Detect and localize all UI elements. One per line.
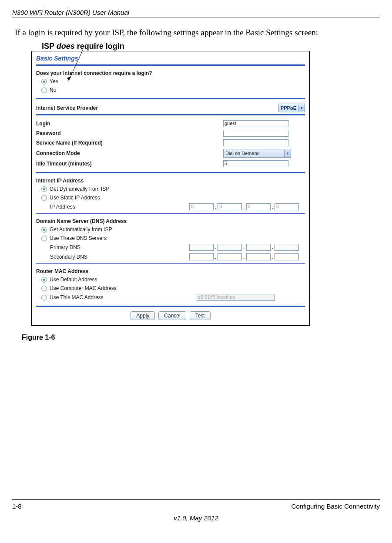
dns-auto-row[interactable]: Get Automatically from ISP [36, 225, 305, 234]
radio-mac-this[interactable] [41, 295, 47, 300]
footer-rule [12, 499, 380, 500]
cancel-button[interactable]: Cancel [158, 311, 186, 320]
mac-address-input[interactable]: e0:91:f5:be:eb:ea [197, 294, 275, 301]
callout-em: does [57, 42, 75, 51]
require-login-question: Does your Internet connection require a … [36, 69, 305, 77]
mac-head: Router MAC Address [36, 267, 305, 275]
sep [36, 64, 305, 66]
secondary-dns-row: Secondary DNS .. .. .. . [36, 252, 305, 262]
ip-address-row: IP Address 0. 0. 0. 0 [36, 202, 305, 212]
isp-label: Internet Service Provider [36, 105, 243, 111]
sep [36, 306, 305, 307]
secondary-dns-inputs[interactable]: .. .. .. . [189, 253, 299, 260]
connection-mode-label: Connection Mode [36, 150, 223, 156]
mac-default-label: Use Default Address [50, 277, 97, 283]
callout-prefix: ISP [42, 42, 57, 51]
figure-caption: Figure 1-6 [22, 334, 380, 341]
radio-yes[interactable] [41, 79, 47, 84]
connection-mode-value: Dial on Demand [225, 151, 260, 156]
apply-button[interactable]: Apply [131, 311, 155, 320]
primary-dns-label: Primary DNS [50, 244, 189, 250]
mac-this-label: Use This MAC Address [50, 294, 197, 300]
chevron-down-icon: ▾ [298, 105, 305, 111]
radio-yes-label: Yes [50, 78, 58, 84]
dns-auto-label: Get Automatically from ISP [50, 226, 112, 233]
login-label: Login [36, 121, 223, 127]
idle-timeout-input[interactable]: 5 [223, 160, 288, 167]
internet-ip-head: Internet IP Address [36, 177, 305, 185]
ip-static-label: Use Static IP Address [50, 195, 100, 201]
mac-this-row[interactable]: Use This MAC Address e0:91:f5:be:eb:ea [36, 293, 305, 302]
callout-suffix: require login [75, 42, 124, 51]
test-button[interactable]: Test [190, 311, 211, 320]
ip-octet-3[interactable]: 0 [246, 203, 271, 210]
mac-default-row[interactable]: Use Default Address [36, 275, 305, 284]
login-input[interactable]: guest [223, 120, 288, 127]
password-label: Password [36, 130, 223, 136]
mac-computer-label: Use Computer MAC Address [50, 285, 117, 291]
callout: ISP does require login [42, 42, 380, 51]
radio-yes-row[interactable]: Yes [36, 77, 305, 86]
isp-select[interactable]: PPPoE ▾ [278, 104, 305, 112]
ip-dynamic-label: Get Dynamically from ISP [50, 186, 109, 192]
ip-octet-4[interactable]: 0 [275, 203, 299, 210]
ip-octet-2[interactable]: 0 [218, 203, 242, 210]
sdns-4[interactable]: . [275, 253, 299, 260]
radio-mac-computer[interactable] [41, 286, 47, 291]
service-name-label: Service Name (If Required) [36, 140, 223, 146]
rule-top [12, 17, 380, 17]
sep [36, 263, 305, 264]
sep [36, 213, 305, 214]
dns-use-row[interactable]: Use These DNS Servers [36, 234, 305, 243]
radio-ip-dynamic[interactable] [41, 186, 47, 192]
radio-no-row[interactable]: No [36, 86, 305, 94]
service-name-input[interactable] [223, 139, 288, 146]
ip-address-label: IP Address [50, 204, 189, 210]
isp-select-value: PPPoE [281, 105, 296, 111]
page-footer: 1-8 Configuring Basic Connectivity v1.0,… [12, 499, 380, 522]
radio-dns-auto[interactable] [41, 227, 47, 233]
chevron-down-icon: ▾ [284, 150, 291, 157]
sep [36, 172, 305, 173]
secondary-dns-label: Secondary DNS [50, 254, 189, 260]
intro-text: If a login is required by your ISP, the … [15, 28, 380, 37]
pdns-1[interactable]: . [189, 244, 214, 251]
manual-title: N300 WiFi Router (N300R) User Manual [12, 9, 380, 16]
footer-page-number: 1-8 [12, 503, 22, 510]
isp-row: Internet Service Provider PPPoE ▾ [36, 103, 305, 113]
pdns-3[interactable]: . [246, 244, 271, 251]
pdns-4[interactable]: . [275, 244, 299, 251]
radio-ip-static[interactable] [41, 195, 47, 201]
sdns-2[interactable]: . [218, 253, 242, 260]
footer-version: v1.0, May 2012 [12, 514, 380, 522]
primary-dns-inputs[interactable]: .. .. .. . [189, 244, 299, 251]
mac-computer-row[interactable]: Use Computer MAC Address [36, 284, 305, 293]
footer-chapter: Configuring Basic Connectivity [291, 503, 380, 510]
sep [36, 98, 305, 99]
basic-settings-panel: Basic Settings Does your Internet connec… [31, 51, 310, 326]
dns-use-label: Use These DNS Servers [50, 235, 107, 241]
panel-title: Basic Settings [36, 54, 305, 64]
sdns-3[interactable]: . [246, 253, 271, 260]
dns-head: Domain Name Server (DNS) Address [36, 217, 305, 225]
ip-dynamic-row[interactable]: Get Dynamically from ISP [36, 185, 305, 193]
pdns-2[interactable]: . [218, 244, 242, 251]
radio-mac-default[interactable] [41, 277, 47, 283]
ip-address-inputs[interactable]: 0. 0. 0. 0 [189, 203, 299, 210]
radio-no-label: No [50, 87, 56, 93]
connection-mode-select[interactable]: Dial on Demand ▾ [223, 149, 291, 158]
button-row: Apply Cancel Test [36, 311, 305, 320]
sep [36, 114, 305, 115]
radio-dns-use[interactable] [41, 236, 47, 241]
idle-timeout-label: Idle Timeout (minutes) [36, 161, 223, 167]
radio-no[interactable] [41, 88, 47, 93]
ip-static-row[interactable]: Use Static IP Address [36, 193, 305, 202]
sdns-1[interactable]: . [189, 253, 214, 260]
primary-dns-row: Primary DNS .. .. .. . [36, 243, 305, 252]
ip-octet-1[interactable]: 0 [189, 203, 214, 210]
password-input[interactable] [223, 130, 288, 137]
